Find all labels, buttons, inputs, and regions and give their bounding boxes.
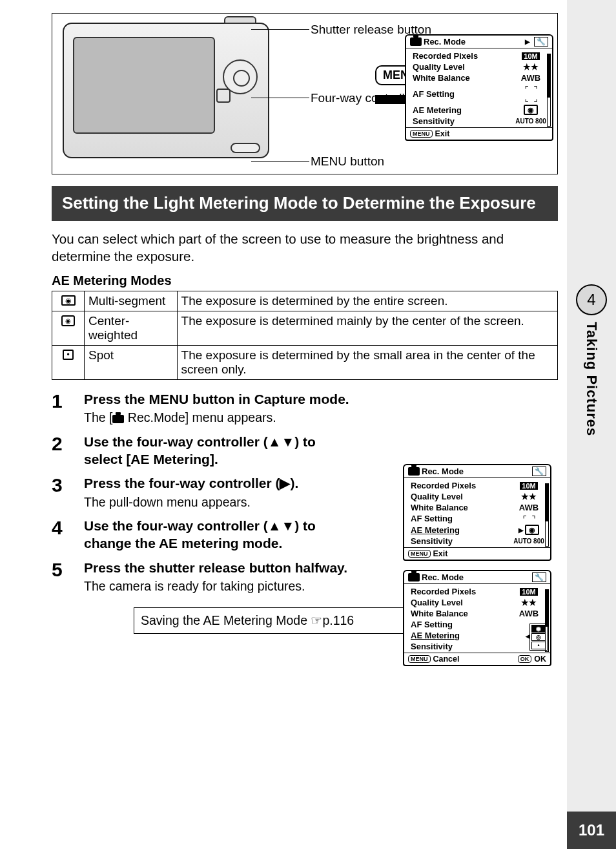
step-number: 2 <box>52 433 70 455</box>
lcd-row-ae: AE Metering <box>413 105 507 115</box>
mode-name: Center-weighted <box>85 311 178 346</box>
step-1: 1 Press the MENU button in Capture mode.… <box>52 390 558 426</box>
step-head: Press the shutter release button halfway… <box>84 559 355 576</box>
lcd-tab-setup: 🔧 <box>534 37 548 47</box>
lcd-scrollbar <box>547 54 551 127</box>
camera-illustration <box>63 23 269 158</box>
mode-name: Multi-segment <box>85 291 178 311</box>
step-sub: The camera is ready for taking pictures. <box>84 578 355 594</box>
lcd-panel-top: Rec. Mode ▶ 🔧 Recorded Pixels 10M Qualit… <box>405 34 553 141</box>
step-head: Press the MENU button in Capture mode. <box>84 390 558 408</box>
lcd-panel-step4: Rec. Mode 🔧 Recorded Pixels10M Quality L… <box>403 570 551 666</box>
ae-value <box>513 105 548 115</box>
step-number: 5 <box>52 559 70 581</box>
lcd-body: Recorded Pixels 10M Quality Level ★★ Whi… <box>406 48 552 127</box>
step-sub: The pull-down menu appears. <box>84 494 355 510</box>
camera-shutter-button <box>224 16 256 24</box>
lcd-row-wb: White Balance <box>413 73 507 83</box>
lcd-tabbar: Rec. Mode ▶ 🔧 <box>406 36 552 48</box>
right-lcd-column: Rec. Mode 🔧 Recorded Pixels10M Quality L… <box>403 464 557 675</box>
lcd-row-recorded-pixels: Recorded Pixels <box>413 51 507 61</box>
step-head: Press the four-way controller (▶). <box>84 474 355 492</box>
step-number: 3 <box>52 474 70 496</box>
chapter-title-vertical: Taking Pictures <box>583 322 600 436</box>
table-row: Multi-segment The exposure is determined… <box>52 291 558 311</box>
camera-icon <box>408 573 420 582</box>
step-2: 2 Use the four-way controller (▲▼) to se… <box>52 433 558 468</box>
lcd-row-af: AF Setting <box>413 89 507 99</box>
step-number: 4 <box>52 517 70 539</box>
chapter-number-badge: 4 <box>576 284 607 315</box>
lcd-row-quality: Quality Level <box>413 62 507 72</box>
ae-modes-heading: AE Metering Modes <box>52 273 558 288</box>
recorded-pixels-value: 10M <box>522 52 539 60</box>
section-title-bar: Setting the Light Metering Mode to Deter… <box>52 186 558 221</box>
camera-menu-button <box>231 143 260 153</box>
lcd-tab-recmode: Rec. Mode <box>424 37 466 47</box>
lcd-exit-label: Exit <box>435 129 450 138</box>
mode-desc: The exposure is determined by the small … <box>177 346 557 380</box>
dropdown-option-spot: • <box>531 642 546 649</box>
camera-icon <box>112 415 124 423</box>
step-head: Use the four-way controller (▲▼) to sele… <box>84 433 355 468</box>
camera-icon <box>408 467 420 476</box>
sensitivity-value: AUTO 800 <box>513 118 548 125</box>
center-weighted-icon <box>52 311 85 346</box>
table-row: Spot The exposure is determined by the s… <box>52 346 558 380</box>
camera-fourway-controller <box>223 59 258 94</box>
callout-menu-label: MENU button <box>311 154 384 168</box>
table-row: Center-weighted The exposure is determin… <box>52 311 558 346</box>
lcd-tab-setup: 🔧 <box>532 466 546 476</box>
wb-value: AWB <box>513 73 548 83</box>
camera-icon <box>410 37 422 46</box>
lcd-panel-step2: Rec. Mode 🔧 Recorded Pixels10M Quality L… <box>403 464 551 561</box>
page-number: 101 <box>567 812 616 849</box>
ae-metering-selected-row: AE Metering <box>411 631 505 640</box>
tab-arrow-icon: ▶ <box>525 38 530 45</box>
camera-playback-button <box>216 89 231 103</box>
spot-icon <box>52 346 85 380</box>
intro-paragraph: You can select which part of the screen … <box>52 230 558 266</box>
quality-value: ★★ <box>513 62 548 72</box>
lcd-footer: MENU Exit <box>406 127 552 140</box>
chapter-side-tab: 4 Taking Pictures <box>567 284 616 491</box>
ae-metering-selected-row: AE Metering <box>411 525 505 535</box>
af-value: ⌜ ⌝⌞ ⌟ <box>513 84 548 103</box>
step-head: Use the four-way controller (▲▼) to chan… <box>84 517 355 552</box>
step-sub: The [ Rec.Mode] menu appears. <box>84 409 558 426</box>
camera-diagram-box: Shutter release button Four-way controll… <box>52 13 558 174</box>
step-number: 1 <box>52 390 70 412</box>
mode-desc: The exposure is determined mainly by the… <box>177 311 557 346</box>
lcd-tab-setup: 🔧 <box>532 572 546 582</box>
mode-desc: The exposure is determined by the entire… <box>177 291 557 311</box>
mode-name: Spot <box>85 346 178 380</box>
lcd-row-sens: Sensitivity <box>413 116 507 126</box>
camera-rear-screen <box>73 37 215 134</box>
menu-box-icon: MENU <box>410 130 433 138</box>
callout-menu: MENU button <box>311 154 440 169</box>
dropdown-option-center: ◎ <box>531 633 546 641</box>
multi-segment-icon <box>52 291 85 311</box>
ae-modes-table: Multi-segment The exposure is determined… <box>52 291 558 380</box>
dropdown-option-multi: ◉ <box>531 625 546 633</box>
